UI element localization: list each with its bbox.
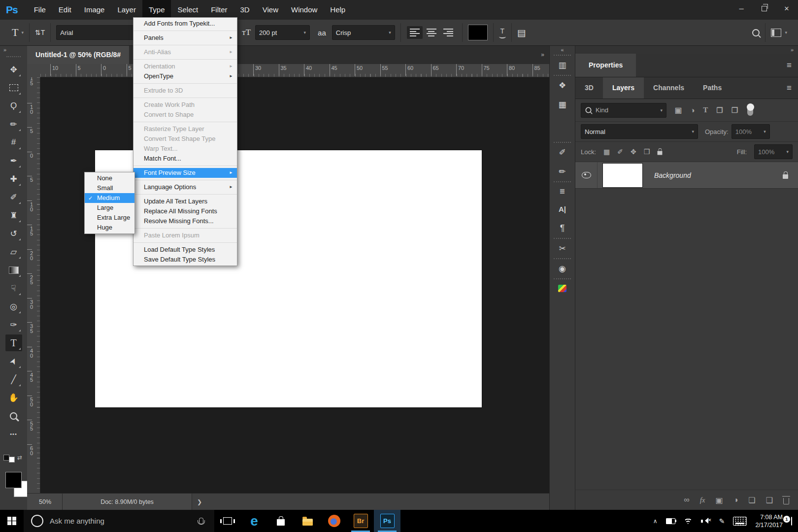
- color-panel-icon[interactable]: ❖: [559, 81, 566, 90]
- menu-image[interactable]: Image: [78, 0, 111, 20]
- submenu-item-small[interactable]: Small: [85, 183, 134, 193]
- minimize-button[interactable]: ─: [730, 0, 753, 17]
- filter-toggle-switch[interactable]: [747, 104, 753, 116]
- menu-item-opentype[interactable]: OpenType►: [133, 71, 237, 81]
- lock-artboard-icon[interactable]: ❒: [644, 148, 650, 156]
- filter-smart-objects-icon[interactable]: ❐: [732, 106, 738, 115]
- microphone-icon[interactable]: [199, 518, 203, 524]
- line-tool[interactable]: ╱: [5, 371, 22, 388]
- menu-item-panels[interactable]: Panels►: [133, 33, 237, 43]
- filter-pixel-layers-icon[interactable]: ▣: [675, 106, 682, 115]
- warp-text-button[interactable]: T: [499, 27, 506, 38]
- history-brush-tool[interactable]: ↺: [5, 225, 22, 242]
- swatches-panel-icon[interactable]: ▦: [558, 100, 566, 109]
- expand-tools-button[interactable]: »: [0, 45, 27, 55]
- link-layers-icon[interactable]: ∞: [684, 496, 689, 504]
- restore-button[interactable]: [753, 0, 775, 17]
- scissors-panel-icon[interactable]: ✂: [559, 244, 565, 253]
- menu-view[interactable]: View: [256, 0, 285, 20]
- task-view-button[interactable]: [214, 510, 241, 532]
- brush-settings-panel-icon[interactable]: ✏: [559, 167, 565, 176]
- taskbar-clock[interactable]: 7:08 AM 2/17/2017: [755, 513, 783, 529]
- action-center-button[interactable]: 1: [791, 517, 792, 525]
- panel-menu-icon[interactable]: ≡: [787, 83, 792, 93]
- layer-thumbnail[interactable]: [602, 163, 643, 188]
- crop-tool[interactable]: #: [5, 134, 22, 151]
- text-orientation-icon[interactable]: ⇅T: [35, 29, 45, 36]
- libraries-panel-icon[interactable]: [558, 285, 566, 292]
- taskbar-firefox[interactable]: [321, 510, 347, 532]
- menu-select[interactable]: Select: [171, 0, 204, 20]
- taskbar-store[interactable]: [267, 510, 294, 532]
- smudge-tool[interactable]: ☟: [5, 280, 22, 297]
- lasso-tool[interactable]: Ϙ: [5, 98, 22, 114]
- start-button[interactable]: [0, 510, 24, 532]
- pen-tool[interactable]: ✑: [5, 316, 22, 333]
- filter-type-layers-icon[interactable]: T: [703, 106, 708, 114]
- hand-tool[interactable]: ✋: [5, 389, 22, 406]
- text-color-swatch[interactable]: [468, 25, 488, 40]
- tab-properties[interactable]: Properties: [575, 54, 636, 77]
- anti-alias-select[interactable]: Crisp ▾: [332, 25, 395, 40]
- type-tool[interactable]: T: [5, 334, 22, 351]
- taskbar-edge[interactable]: e: [241, 510, 267, 532]
- quick-selection-tool[interactable]: ✏: [5, 116, 22, 133]
- lock-all-icon[interactable]: [658, 151, 663, 155]
- menu-item-match-font[interactable]: Match Font...: [133, 154, 237, 164]
- filter-adjustment-layers-icon[interactable]: ◑: [690, 106, 695, 114]
- fill-field[interactable]: 100% ▾: [754, 144, 793, 159]
- menu-window[interactable]: Window: [285, 0, 324, 20]
- touch-keyboard-icon[interactable]: [733, 517, 747, 526]
- wifi-icon[interactable]: [684, 518, 693, 524]
- hidden-icons-chevron[interactable]: ∧: [653, 518, 658, 525]
- submenu-item-extra-large[interactable]: Extra Large: [85, 213, 134, 223]
- menu-item-add-fonts-from-typekit[interactable]: Add Fonts from Typekit...: [133, 19, 237, 29]
- spot-healing-brush-tool[interactable]: ✚: [5, 170, 22, 187]
- menu-3d[interactable]: 3D: [234, 0, 256, 20]
- lock-transparent-pixels-icon[interactable]: ▦: [603, 148, 610, 156]
- tab-layers[interactable]: Layers: [603, 77, 644, 99]
- move-tool[interactable]: ✥: [5, 61, 22, 78]
- menu-layer[interactable]: Layer: [111, 0, 142, 20]
- clone-stamp-tool[interactable]: ♜: [5, 207, 22, 224]
- menu-item-load-default-type-styles[interactable]: Load Default Type Styles: [133, 245, 237, 255]
- new-group-icon[interactable]: ❏: [748, 496, 755, 505]
- status-expand-icon[interactable]: ❯: [192, 494, 207, 510]
- close-button[interactable]: ✕: [775, 0, 798, 17]
- gradient-tool[interactable]: [5, 262, 22, 278]
- eraser-tool[interactable]: ▱: [5, 243, 22, 260]
- creative-cloud-panel-icon[interactable]: ◉: [559, 265, 566, 273]
- paragraph-panel-icon[interactable]: ¶: [560, 224, 565, 233]
- menu-item-update-all-text-layers[interactable]: Update All Text Layers: [133, 197, 237, 206]
- submenu-item-large[interactable]: Large: [85, 203, 134, 213]
- zoom-level-field[interactable]: 50%: [27, 494, 63, 510]
- tab-channels[interactable]: Channels: [644, 77, 694, 99]
- layer-visibility-toggle[interactable]: [575, 162, 598, 188]
- edit-toolbar-button[interactable]: •••: [5, 426, 22, 442]
- font-size-select[interactable]: 200 pt ▾: [255, 25, 310, 40]
- brushes-panel-icon[interactable]: ✐: [559, 148, 565, 157]
- menu-item-resolve-missing-fonts[interactable]: Resolve Missing Fonts...: [133, 216, 237, 226]
- filter-shape-layers-icon[interactable]: ❒: [716, 106, 723, 115]
- menu-file[interactable]: File: [28, 0, 52, 20]
- menu-item-language-options[interactable]: Language Options►: [133, 182, 237, 192]
- layer-row-background[interactable]: Background: [575, 162, 798, 189]
- layer-comps-panel-icon[interactable]: ≣: [560, 188, 565, 195]
- new-layer-icon[interactable]: ❑: [766, 496, 773, 505]
- menu-filter[interactable]: Filter: [204, 0, 233, 20]
- swap-colors-icon[interactable]: ⇄: [17, 454, 22, 461]
- opacity-field[interactable]: 100% ▾: [732, 124, 770, 139]
- menu-help[interactable]: Help: [324, 0, 352, 20]
- document-tab[interactable]: Untitled-1 @ 50% (RGB/8#: [27, 45, 129, 64]
- document-info[interactable]: Doc: 8.90M/0 bytes: [63, 494, 192, 510]
- properties-panel-icon[interactable]: ▥: [558, 61, 566, 69]
- panel-grip[interactable]: [6, 56, 21, 57]
- menu-type[interactable]: Type: [142, 0, 171, 20]
- volume-muted-icon[interactable]: ✕: [701, 518, 711, 524]
- align-center-button[interactable]: [424, 26, 439, 39]
- kind-filter-select[interactable]: Kind ▾: [581, 103, 666, 118]
- brush-tool[interactable]: ✐: [5, 189, 22, 205]
- pen-settings-icon[interactable]: ✎: [719, 517, 725, 525]
- menu-item-font-preview-size[interactable]: Font Preview Size►: [133, 168, 237, 178]
- tab-bar-expand-icon[interactable]: »: [536, 45, 549, 64]
